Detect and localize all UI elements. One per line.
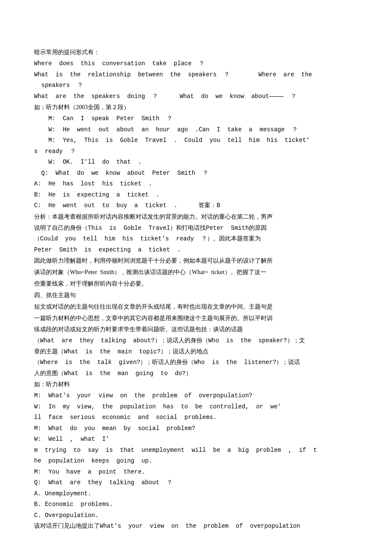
text-line: M: What's your view on the problem of ov… — [34, 390, 366, 401]
text-line: M: Can I speak Peter Smith ？ — [34, 113, 366, 124]
text-line: Q: What are they talking about ？ — [34, 477, 366, 488]
text-line: （What are they talking about?）；说话人的身份（Wh… — [34, 335, 366, 346]
text-line: 暗示常用的提问形式有： — [34, 47, 366, 58]
text-line: W: OK. I'll do that . — [34, 157, 366, 168]
text-line: A: He has lost his ticket . — [34, 179, 366, 189]
text-line: C: He went out to buy a ticket . 答案：B — [34, 200, 366, 211]
text-line: （Could you tell him his ticket's ready ？… — [34, 234, 366, 244]
text-line: Where does this conversation take place … — [34, 58, 366, 69]
text-line: 该对话开门见山地提出了What's your view on the probl… — [34, 521, 366, 532]
text-line: 说明了自己的身份（This is Goble Travel）和打电话找Peter… — [34, 223, 366, 234]
text-line: 如：听力材料 — [34, 379, 366, 390]
text-line: 一篇听力材料的中心思想，文章中的其它内容都是用来围绕这个主题句展开的。所以平时训 — [34, 313, 366, 324]
text-line: M: You have a point there. — [34, 467, 366, 477]
text-line: 如；听力材料（2003全国，第２段） — [34, 102, 366, 113]
text-line: （Where is the talk given?）；听话人的身份（Who is… — [34, 357, 366, 368]
text-line: 些重要线索，对于理解所听内容十分必要。 — [34, 278, 366, 289]
text-line: 人的意图（What is the man going to do?） — [34, 368, 366, 379]
text-line: What are the speakers doing ？ What do we… — [34, 91, 366, 102]
text-line: 分析：本题考查根据所听对话内容推断对话发生的背景的能力。对话的重心在第二轮，男声 — [34, 211, 366, 223]
text-line: 四、抓住主题句 — [34, 290, 366, 301]
text-line: 章的主题（What is the main topic?）；说话人的地点 — [34, 347, 366, 357]
text-line: 短文或对话的的主题句往往出现在文章的开头或结尾，有时也出现在文章的中间。主题句是 — [34, 301, 366, 312]
text-line: W: Well , what I' — [34, 434, 366, 445]
text-line: W: In my view, the population has to be … — [34, 402, 366, 412]
text-line: Q: What do we know about Peter Smith ？ — [34, 168, 366, 179]
text-line: M: Yes, This is Goble Travel . Could you… — [34, 135, 366, 146]
text-line: 练成段的对话或短文的听力时要求学生带着问题听。这些话题包括：谈话的话题 — [34, 324, 366, 335]
text-line: B. Economic problems. — [34, 499, 366, 510]
text-line: W: He went out about an hour ago .Can I … — [34, 124, 366, 135]
main-content: 暗示常用的提问形式有：Where does this conversation … — [34, 26, 366, 543]
text-line: ll face serious economic and social prob… — [34, 412, 366, 423]
text-line: B: He is expecting a ticket . — [34, 190, 366, 200]
text-line: M: What do you mean by social problem? — [34, 423, 366, 434]
text-line: Peter Smith is expecting a ticket . — [34, 245, 366, 255]
text-line: he population keeps going up. — [34, 456, 366, 466]
text-line: 谈话的对象（Who=Peter Smith），推测出谈话话题的中心（What= … — [34, 267, 366, 278]
text-line: What is the relationship between the spe… — [34, 69, 366, 80]
text-line: A. Unemployment. — [34, 489, 366, 499]
text-line: 因此做听力理解题时，利用停顿时间浏览题干十分必要，例如本题可以从题干的设计了解所 — [34, 255, 366, 266]
text-line: m trying to say is that unemployment wil… — [34, 445, 366, 456]
text-line: C. Overpopulation. — [34, 510, 366, 521]
text-line: s ready ？ — [34, 146, 366, 157]
text-line: speakers ？ — [34, 80, 366, 91]
